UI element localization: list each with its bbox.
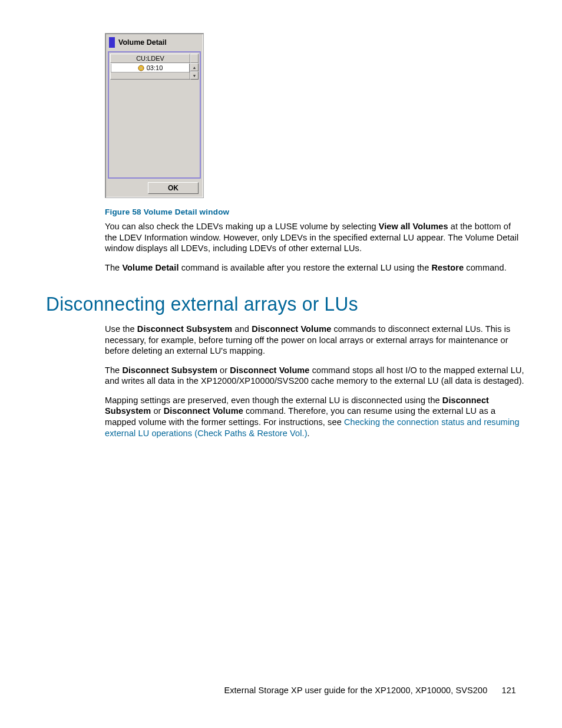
paragraph: The Volume Detail command is available a… xyxy=(105,262,524,274)
paragraph: Mapping settings are preserved, even tho… xyxy=(105,395,524,439)
page-footer: External Storage XP user guide for the X… xyxy=(224,686,516,695)
volume-detail-list: CU:LDEV 03:10 xyxy=(108,51,201,179)
page-number: 121 xyxy=(502,686,517,695)
table-empty-area xyxy=(111,73,190,79)
scrollbar[interactable]: ▲ ▼ xyxy=(190,63,199,80)
page: Volume Detail CU:LDEV xyxy=(0,0,562,728)
paragraph: You can also check the LDEVs making up a… xyxy=(105,221,524,254)
table-row[interactable]: 03:10 xyxy=(111,64,190,73)
col-header-spacer xyxy=(190,54,199,63)
figure-caption: Figure 58 Volume Detail window xyxy=(105,207,524,216)
title-bullet-icon xyxy=(109,37,115,48)
table-cell-value: 03:10 xyxy=(147,64,163,71)
svg-point-1 xyxy=(140,67,142,69)
volume-detail-window: Volume Detail CU:LDEV xyxy=(105,33,204,198)
table-header-row: CU:LDEV xyxy=(110,54,199,63)
scroll-down-button[interactable]: ▼ xyxy=(190,71,199,80)
paragraph: Use the Disconnect Subsystem and Disconn… xyxy=(105,324,524,357)
disk-icon xyxy=(138,65,144,71)
scroll-up-button[interactable]: ▲ xyxy=(190,63,199,71)
col-header-culdev[interactable]: CU:LDEV xyxy=(110,54,190,63)
paragraph: The Disconnect Subsystem or Disconnect V… xyxy=(105,365,524,387)
footer-text: External Storage XP user guide for the X… xyxy=(224,686,487,695)
volume-detail-title: Volume Detail xyxy=(118,38,167,47)
volume-detail-titlebar: Volume Detail xyxy=(108,36,201,51)
section-heading: Disconnecting external arrays or LUs xyxy=(46,293,497,315)
ok-button[interactable]: OK xyxy=(148,182,199,194)
